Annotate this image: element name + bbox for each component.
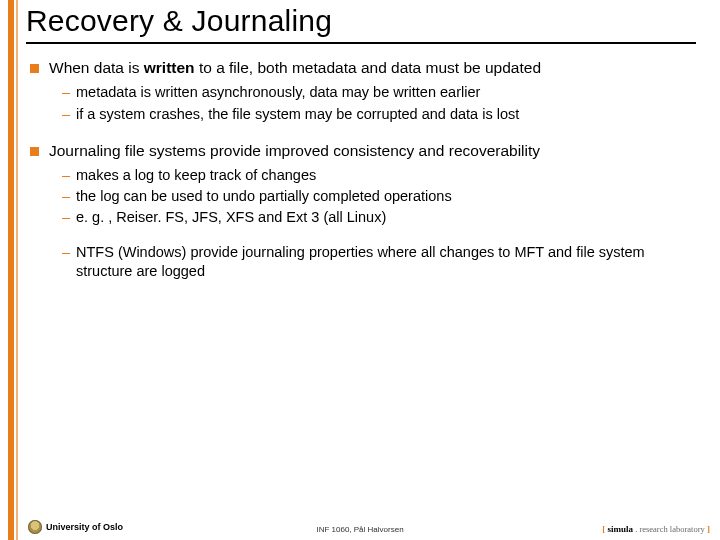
dash-icon: – (62, 105, 76, 123)
sub-list: –makes a log to keep track of changes –t… (62, 166, 695, 280)
sub-list: –metadata is written asynchronously, dat… (62, 83, 695, 122)
slide-title: Recovery & Journaling (26, 4, 332, 38)
sub-text: makes a log to keep track of changes (76, 166, 695, 184)
footer-right: [ simula . research laboratory ] (602, 524, 710, 534)
sub-item: –metadata is written asynchronously, dat… (62, 83, 695, 101)
bullet-bold: written (144, 59, 195, 76)
bullet-text: When data is written to a file, both met… (49, 58, 695, 77)
sub-text: if a system crashes, the file system may… (76, 105, 695, 123)
slide: Recovery & Journaling When data is writt… (0, 0, 720, 540)
sub-item: –the log can be used to undo partially c… (62, 187, 695, 205)
sub-item: –if a system crashes, the file system ma… (62, 105, 695, 123)
footer-left-text: University of Oslo (46, 522, 123, 532)
sub-text: metadata is written asynchronously, data… (76, 83, 695, 101)
bullet-item: When data is written to a file, both met… (30, 58, 695, 77)
bullet-text: Journaling file systems provide improved… (49, 141, 695, 160)
sub-item: –e. g. , Reiser. FS, JFS, XFS and Ext 3 … (62, 208, 695, 226)
footer-left: University of Oslo (28, 520, 123, 534)
square-bullet-icon (30, 147, 39, 156)
bullet-pre: Journaling file systems provide improved… (49, 142, 540, 159)
bullet-item: Journaling file systems provide improved… (30, 141, 695, 160)
simula-name: simula (607, 524, 633, 534)
dash-icon: – (62, 208, 76, 226)
bracket-close: ] (705, 524, 710, 534)
dash-icon: – (62, 83, 76, 101)
sub-text: e. g. , Reiser. FS, JFS, XFS and Ext 3 (… (76, 208, 695, 226)
sub-item: –makes a log to keep track of changes (62, 166, 695, 184)
accent-bar-inner (16, 0, 18, 540)
sub-item: –NTFS (Windows) provide journaling prope… (62, 243, 695, 279)
bullet-pre: When data is (49, 59, 144, 76)
bullet-post: to a file, both metadata and data must b… (195, 59, 541, 76)
sub-text: the log can be used to undo partially co… (76, 187, 695, 205)
accent-bar (8, 0, 14, 540)
sub-gap (62, 229, 695, 243)
slide-body: When data is written to a file, both met… (30, 58, 695, 298)
footer-center: INF 1060, Pål Halvorsen (316, 525, 403, 534)
sub-text: NTFS (Windows) provide journaling proper… (76, 243, 695, 279)
dash-icon: – (62, 187, 76, 205)
title-rule (26, 42, 696, 44)
uio-logo-icon (28, 520, 42, 534)
square-bullet-icon (30, 64, 39, 73)
dash-icon: – (62, 166, 76, 184)
simula-lab: research laboratory (639, 524, 704, 534)
footer: University of Oslo INF 1060, Pål Halvors… (0, 516, 720, 540)
dash-icon: – (62, 243, 76, 279)
